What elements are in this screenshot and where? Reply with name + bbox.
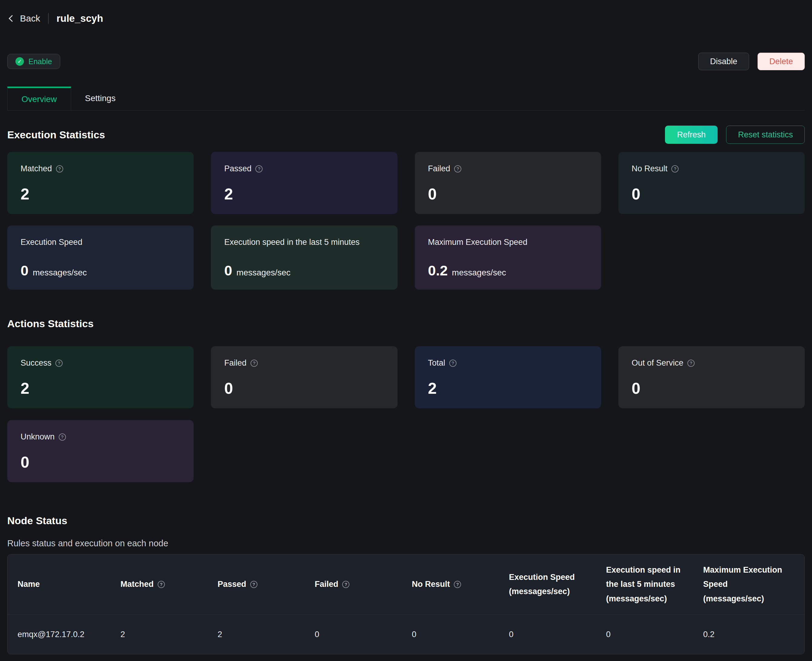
stat-label: Execution Speed [21,238,82,247]
cell-execution-speed: 0 [509,630,606,639]
stat-value: 0 [224,263,232,278]
stat-value: 0 [224,380,384,396]
tab-settings[interactable]: Settings [71,86,129,110]
reset-statistics-button[interactable]: Reset statistics [726,126,805,144]
stat-card-total: Total ? 2 [415,346,601,408]
stat-label: Failed [224,358,247,368]
execution-statistics-grid: Matched ? 2 Passed ? 2 Failed ? 0 No Res… [7,152,805,290]
help-icon[interactable]: ? [687,359,695,367]
stat-value: 2 [224,186,384,202]
stat-label: Execution speed in the last 5 minutes [224,238,360,247]
status-badge: ✓ Enable [7,54,60,69]
column-header-passed: Passed ? [218,577,315,591]
delete-button[interactable]: Delete [758,53,805,70]
stat-card-unknown: Unknown ? 0 [7,420,194,482]
stat-card-max-execution-speed: Maximum Execution Speed 0.2 messages/sec [415,225,601,290]
stat-value: 0 [632,380,791,396]
refresh-button[interactable]: Refresh [665,126,718,144]
cell-execution-speed-5min: 0 [606,630,703,639]
stat-value: 0 [21,454,180,470]
help-icon[interactable]: ? [454,165,461,172]
status-badge-label: Enable [29,57,52,66]
stat-card-out-of-service: Out of Service ? 0 [618,346,805,408]
node-status-header: Node Status [7,515,805,527]
chevron-left-icon[interactable] [9,15,16,22]
stat-label: Unknown [21,432,55,442]
column-header-matched: Matched ? [120,577,218,591]
stat-card-passed: Passed ? 2 [211,152,397,214]
stat-label: Maximum Execution Speed [428,238,528,247]
stat-value: 0 [632,186,791,202]
stat-label: Total [428,358,445,368]
stat-label: Out of Service [632,358,683,368]
stat-label: Passed [224,164,252,173]
column-header-max-execution-speed: Maximum Execution Speed (messages/sec) [703,563,794,606]
cell-no-result: 0 [412,630,509,639]
tab-bar: Overview Settings [7,86,805,110]
execution-statistics-header: Execution Statistics Refresh Reset stati… [7,126,805,144]
stat-label: Matched [21,164,52,173]
rule-buttons: Disable Delete [698,53,805,70]
help-icon[interactable]: ? [255,165,263,172]
help-icon[interactable]: ? [158,581,165,588]
column-header-failed: Failed ? [315,577,412,591]
rule-detail-page: Back rule_scyh ✓ Enable Disable Delete O… [0,0,812,661]
check-circle-icon: ✓ [16,57,24,65]
table-header-row: Name Matched ? Passed ? Failed ? No Resu… [8,554,804,615]
cell-passed: 2 [218,630,315,639]
stat-label: Success [21,358,51,368]
help-icon[interactable]: ? [59,433,66,441]
node-status-table: Name Matched ? Passed ? Failed ? No Resu… [7,554,805,655]
back-button[interactable]: Back [20,13,40,24]
stat-value: 0.2 [428,263,448,278]
cell-failed: 0 [315,630,412,639]
actions-statistics-title: Actions Statistics [7,318,94,330]
stat-unit: messages/sec [452,268,506,278]
stat-card-execution-speed: Execution Speed 0 messages/sec [7,225,194,290]
help-icon[interactable]: ? [342,581,349,588]
cell-max-execution-speed: 0.2 [703,630,794,639]
stat-label: Failed [428,164,451,173]
stat-unit: messages/sec [33,268,87,278]
node-status-title: Node Status [7,515,67,527]
execution-statistics-title: Execution Statistics [7,129,105,141]
actions-statistics-grid: Success ? 2 Failed ? 0 Total ? 2 Out of … [7,346,805,482]
stat-value: 0 [428,186,588,202]
stat-value: 2 [21,380,180,396]
cell-matched: 2 [120,630,218,639]
help-icon[interactable]: ? [449,359,457,367]
help-icon[interactable]: ? [56,165,63,172]
help-icon[interactable]: ? [56,359,63,367]
cell-node-name: emqx@172.17.0.2 [18,630,120,639]
stat-value: 2 [21,186,180,202]
column-header-execution-speed-5min: Execution speed in the last 5 minutes (m… [606,563,703,606]
help-icon[interactable]: ? [671,165,678,172]
stat-card-execution-speed-5min: Execution speed in the last 5 minutes 0 … [211,225,397,290]
stat-card-matched: Matched ? 2 [7,152,194,214]
node-status-subtitle: Rules status and execution on each node [7,538,805,548]
stat-value: 2 [428,380,588,396]
stat-card-actions-failed: Failed ? 0 [211,346,397,408]
breadcrumb: Back rule_scyh [7,0,805,24]
stat-label: No Result [632,164,668,173]
table-row: emqx@172.17.0.2 2 2 0 0 0 0 0.2 [8,615,804,654]
help-icon[interactable]: ? [454,581,461,588]
divider [48,13,49,24]
execution-statistics-buttons: Refresh Reset statistics [665,126,805,144]
stat-card-success: Success ? 2 [7,346,194,408]
column-header-no-result: No Result ? [412,577,509,591]
help-icon[interactable]: ? [250,581,258,588]
stat-unit: messages/sec [236,268,290,278]
disable-button[interactable]: Disable [698,53,749,70]
help-icon[interactable]: ? [250,359,258,367]
column-header-name: Name [18,577,120,591]
stat-card-no-result: No Result ? 0 [618,152,805,214]
rule-actions-row: ✓ Enable Disable Delete [7,53,805,70]
column-header-execution-speed: Execution Speed (messages/sec) [509,570,606,599]
grid-spacer [618,225,805,290]
stat-value: 0 [21,263,29,278]
page-title: rule_scyh [57,13,103,24]
stat-card-failed: Failed ? 0 [415,152,601,214]
tab-overview[interactable]: Overview [7,86,71,110]
actions-statistics-header: Actions Statistics [7,318,805,330]
